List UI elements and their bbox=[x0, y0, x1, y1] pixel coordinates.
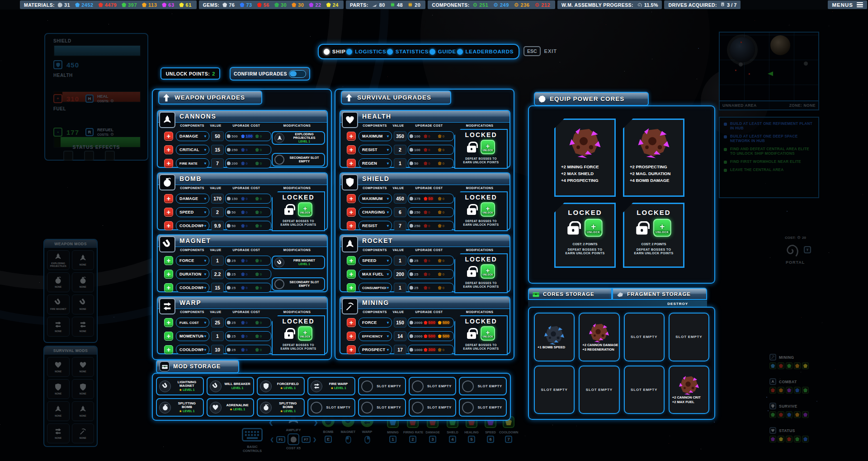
chevron-down-icon: ▼ bbox=[386, 334, 390, 338]
core-storage-slot[interactable]: +1 BOMB SPEED bbox=[534, 313, 575, 361]
stat-dropdown[interactable]: COOLDOWN▼ bbox=[176, 283, 209, 293]
stat-dropdown[interactable]: RESIST▼ bbox=[359, 145, 392, 155]
upgrade-plus-button[interactable]: + bbox=[347, 345, 356, 354]
mod-storage-slot-empty[interactable]: SLOT EMPTY bbox=[409, 398, 457, 417]
menus-button[interactable]: MENUS bbox=[828, 0, 867, 9]
mod-storage-slot[interactable]: FORCEFIELD ★ LEVEL 1 bbox=[257, 377, 305, 395]
stat-dropdown[interactable]: COOLDOWN▼ bbox=[176, 345, 209, 355]
unlock-button[interactable]: +UNLOCK bbox=[481, 326, 495, 341]
tab-leaderboards[interactable]: LEADERBOARDS bbox=[457, 49, 514, 55]
core-storage-slot-empty[interactable]: SLOT EMPTY bbox=[579, 366, 619, 414]
tab-logistics[interactable]: LOGISTICS bbox=[346, 49, 386, 55]
upgrade-plus-button[interactable]: + bbox=[347, 145, 356, 154]
core-stat: +2 MAX SHIELD bbox=[561, 170, 614, 177]
unlock-button[interactable]: +UNLOCK bbox=[481, 140, 495, 154]
tab-ship[interactable]: SHIP bbox=[324, 49, 346, 55]
unlock-button[interactable]: +UNLOCK bbox=[653, 219, 671, 237]
unlock-button[interactable]: +UNLOCK bbox=[298, 202, 312, 217]
upgrade-plus-button[interactable]: + bbox=[347, 194, 356, 203]
core-storage-slot[interactable]: +2 CANNON CRIT+2 MAX FUEL bbox=[669, 366, 709, 414]
upgrade-plus-button[interactable]: + bbox=[347, 283, 356, 292]
mod-storage-slot-empty[interactable]: SLOT EMPTY bbox=[459, 398, 507, 417]
chevron-down-icon: ▼ bbox=[386, 210, 390, 214]
stat-dropdown[interactable]: DAMAGE▼ bbox=[176, 131, 209, 141]
mod-storage-slot[interactable]: FIRE WARP ★ LEVEL 1 bbox=[307, 377, 355, 395]
core-storage-slot-empty[interactable]: SLOT EMPTY bbox=[534, 366, 575, 414]
upgrade-plus-button[interactable]: + bbox=[347, 318, 356, 327]
upgrade-plus-button[interactable]: + bbox=[164, 194, 173, 203]
stat-dropdown[interactable]: COOLDOWN▼ bbox=[176, 221, 209, 231]
stat-dropdown[interactable]: MAXIMUM▼ bbox=[359, 194, 392, 204]
upgrade-plus-button[interactable]: + bbox=[347, 270, 356, 279]
equipped-power-core[interactable]: +2 MINING FORCE+2 MAX SHIELD+4 PROSPECTI… bbox=[554, 119, 616, 197]
mod-storage-slot-empty[interactable]: SLOT EMPTY bbox=[358, 398, 406, 417]
stat-dropdown[interactable]: FUEL COST▼ bbox=[176, 318, 209, 328]
upgrade-plus-button[interactable]: + bbox=[164, 345, 173, 354]
stat-dropdown[interactable]: RESIST▼ bbox=[359, 221, 392, 231]
stat-dropdown[interactable]: DURATION▼ bbox=[176, 269, 209, 279]
stat-dropdown[interactable]: PROSPECT▼ bbox=[359, 345, 392, 355]
destroy-bar[interactable]: DESTROY bbox=[528, 300, 707, 307]
unlock-button[interactable]: +UNLOCK bbox=[585, 219, 603, 237]
mod-storage-slot-empty[interactable]: SLOT EMPTY bbox=[459, 377, 507, 395]
stat-dropdown[interactable]: SPEED▼ bbox=[176, 207, 209, 217]
unlock-button[interactable]: +UNLOCK bbox=[481, 202, 495, 217]
stat-dropdown[interactable]: EFFICIENCY▼ bbox=[359, 331, 392, 341]
upgrade-plus-button[interactable]: + bbox=[164, 332, 173, 341]
equipped-power-core[interactable]: +2 PROSPECTING+2 MAG. DURATION+4 BOMB DA… bbox=[623, 119, 684, 197]
stat-dropdown[interactable]: FORCE▼ bbox=[176, 256, 209, 266]
tab-dot-icon bbox=[429, 49, 435, 55]
stat-dropdown[interactable]: CONSUMPTION▼ bbox=[359, 283, 392, 293]
mod-storage-slot[interactable]: WILL BREAKER LEVEL 1 bbox=[207, 377, 255, 395]
confirm-upgrades-toggle[interactable] bbox=[289, 70, 306, 78]
upgrade-plus-button[interactable]: + bbox=[164, 221, 173, 230]
stat-dropdown[interactable]: FIRE RATE▼ bbox=[176, 158, 209, 168]
upgrade-plus-button[interactable]: + bbox=[347, 256, 356, 265]
core-storage-slot[interactable]: +2 CANNON DAMAGE+3 REGENERATION bbox=[579, 313, 619, 361]
stat-dropdown[interactable]: MAXIMUM▼ bbox=[359, 131, 392, 141]
mod-storage-slot[interactable]: ADRENALINE ★ LEVEL 1 bbox=[207, 398, 255, 417]
core-storage-slot-empty[interactable]: SLOT EMPTY bbox=[624, 313, 665, 361]
tab-cores-storage[interactable]: CORES STORAGE bbox=[528, 288, 612, 300]
mod-storage-slot[interactable]: SPLITTING BOMB ★ LEVEL 1 bbox=[156, 398, 204, 417]
upgrade-plus-button[interactable]: + bbox=[347, 208, 356, 217]
esc-key[interactable]: ESC bbox=[524, 46, 541, 56]
mod-slot-fire-magnet[interactable]: FIRE MAGNET LEVEL 1 bbox=[272, 256, 325, 269]
upgrade-plus-button[interactable]: + bbox=[164, 283, 173, 292]
stat-dropdown[interactable]: REGEN▼ bbox=[359, 158, 392, 168]
stat-dropdown[interactable]: CHARGING▼ bbox=[359, 207, 392, 217]
stat-dropdown[interactable]: DAMAGE▼ bbox=[176, 194, 209, 204]
tab-statistics[interactable]: STATISTICS bbox=[387, 49, 429, 55]
stat-dropdown[interactable]: MAX FUEL▼ bbox=[359, 269, 392, 279]
mod-storage-slot-empty[interactable]: SLOT EMPTY bbox=[409, 377, 457, 395]
upgrade-plus-button[interactable]: + bbox=[164, 159, 173, 168]
upgrade-plus-button[interactable]: + bbox=[164, 132, 173, 141]
upgrade-plus-button[interactable]: + bbox=[347, 132, 356, 141]
unlock-button[interactable]: +UNLOCK bbox=[481, 264, 495, 279]
upgrade-plus-button[interactable]: + bbox=[347, 221, 356, 230]
mod-storage-slot-empty[interactable]: SLOT EMPTY bbox=[358, 377, 406, 395]
upgrade-plus-button[interactable]: + bbox=[164, 208, 173, 217]
mod-storage-slot[interactable]: SPLITTING BOMB ★ LEVEL 1 bbox=[257, 398, 305, 417]
core-storage-slot-empty[interactable]: SLOT EMPTY bbox=[669, 313, 709, 361]
stat-dropdown[interactable]: SPEED▼ bbox=[359, 256, 392, 266]
core-storage-slot-empty[interactable]: SLOT EMPTY bbox=[624, 366, 665, 414]
tab-fragment-storage[interactable]: FRAGMENT STORAGE bbox=[612, 288, 707, 300]
mod-slot-empty[interactable]: SECONDARY SLOT EMPTY bbox=[272, 153, 325, 166]
tab-guide[interactable]: GUIDE bbox=[429, 49, 456, 55]
stat-dropdown[interactable]: CRITICAL▼ bbox=[176, 145, 209, 155]
mod-slot-empty[interactable]: SECONDARY SLOT EMPTY bbox=[272, 277, 325, 291]
mod-slot-exploding-projectiles[interactable]: EXPLODING PROJECTILES LEVEL 1 bbox=[272, 131, 325, 145]
upgrade-plus-button[interactable]: + bbox=[164, 256, 173, 265]
upgrade-plus-button[interactable]: + bbox=[164, 318, 173, 327]
stat-dropdown[interactable]: MOMENTUM▼ bbox=[176, 331, 209, 341]
stat-dropdown[interactable]: FORCE▼ bbox=[359, 318, 392, 328]
green-resource-icon bbox=[255, 286, 259, 290]
upgrade-plus-button[interactable]: + bbox=[164, 145, 173, 154]
mod-storage-slot-empty[interactable]: SLOT EMPTY bbox=[307, 398, 355, 417]
upgrade-plus-button[interactable]: + bbox=[164, 270, 173, 279]
mod-storage-slot[interactable]: LIGHTNING MAGNET ★ LEVEL 1 bbox=[156, 377, 204, 395]
upgrade-plus-button[interactable]: + bbox=[347, 332, 356, 341]
upgrade-plus-button[interactable]: + bbox=[347, 159, 356, 168]
unlock-button[interactable]: +UNLOCK bbox=[298, 326, 312, 341]
